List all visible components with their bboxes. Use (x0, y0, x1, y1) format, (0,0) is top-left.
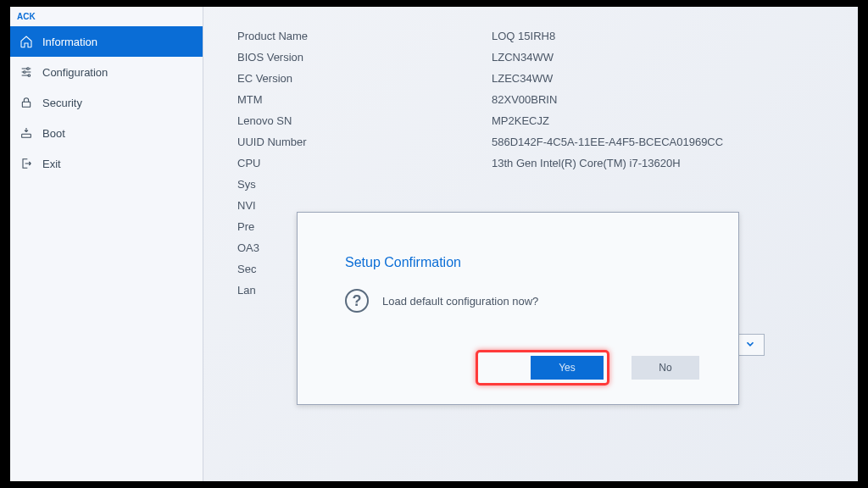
info-label: CPU (237, 157, 492, 169)
back-link[interactable]: ACK (10, 7, 203, 26)
home-icon (19, 34, 34, 49)
info-label: BIOS Version (237, 51, 492, 64)
exit-icon (19, 156, 34, 171)
info-label: Lenovo SN (237, 114, 492, 127)
yes-button-highlight: Yes (476, 350, 609, 385)
info-label: UUID Number (237, 136, 492, 148)
info-label: Sys (237, 178, 492, 191)
sidebar-item-label: Boot (42, 127, 65, 140)
sidebar: ACK Information Configuration Security B… (10, 7, 203, 481)
boot-icon (19, 125, 34, 141)
svg-point-1 (24, 71, 26, 74)
info-row: Sys (237, 174, 832, 195)
sidebar-item-label: Information (42, 36, 97, 48)
svg-point-0 (27, 68, 30, 70)
info-row: Lenovo SNMP2KECJZ (237, 110, 832, 131)
info-label: NVI (237, 199, 492, 212)
info-value: 586D142F-4C5A-11EE-A4F5-BCECA01969CC (492, 136, 723, 148)
sidebar-item-configuration[interactable]: Configuration (10, 57, 203, 87)
info-row: UUID Number586D142F-4C5A-11EE-A4F5-BCECA… (237, 131, 832, 152)
info-value: LZEC34WW (492, 72, 553, 85)
chevron-down-icon (744, 338, 756, 352)
info-value: LOQ 15IRH8 (492, 30, 555, 42)
info-label: MTM (237, 93, 492, 106)
sidebar-item-label: Security (42, 97, 82, 109)
sidebar-item-label: Configuration (42, 66, 108, 79)
info-value: MP2KECJZ (492, 114, 549, 127)
sidebar-item-information[interactable]: Information (10, 26, 203, 57)
dialog-message: Load default configuration now? (382, 295, 538, 308)
sidebar-item-boot[interactable]: Boot (10, 118, 203, 148)
sidebar-item-security[interactable]: Security (10, 87, 203, 118)
info-label: EC Version (237, 72, 492, 85)
info-row: BIOS VersionLZCN34WW (237, 47, 832, 68)
yes-button[interactable]: Yes (531, 356, 604, 380)
sliders-icon (19, 64, 34, 80)
dialog-title: Setup Confirmation (345, 255, 691, 270)
info-row: EC VersionLZEC34WW (237, 68, 832, 89)
sidebar-item-exit[interactable]: Exit (10, 148, 203, 179)
sidebar-item-label: Exit (42, 158, 61, 170)
info-value: 13th Gen Intel(R) Core(TM) i7-13620H (492, 157, 681, 169)
svg-rect-3 (22, 102, 30, 107)
dropdown-chevron[interactable] (736, 334, 765, 356)
info-label: Product Name (237, 30, 492, 42)
info-value: 82XV00BRIN (492, 93, 557, 106)
question-icon: ? (345, 289, 369, 313)
confirmation-dialog: Setup Confirmation ? Load default config… (297, 212, 739, 405)
lock-icon (19, 95, 34, 110)
svg-point-2 (28, 75, 31, 77)
info-row: MTM82XV00BRIN (237, 89, 832, 110)
no-button[interactable]: No (632, 356, 699, 380)
svg-rect-4 (22, 134, 31, 137)
info-value: LZCN34WW (492, 51, 554, 64)
info-row: CPU13th Gen Intel(R) Core(TM) i7-13620H (237, 152, 832, 174)
info-row: Product NameLOQ 15IRH8 (237, 25, 832, 47)
